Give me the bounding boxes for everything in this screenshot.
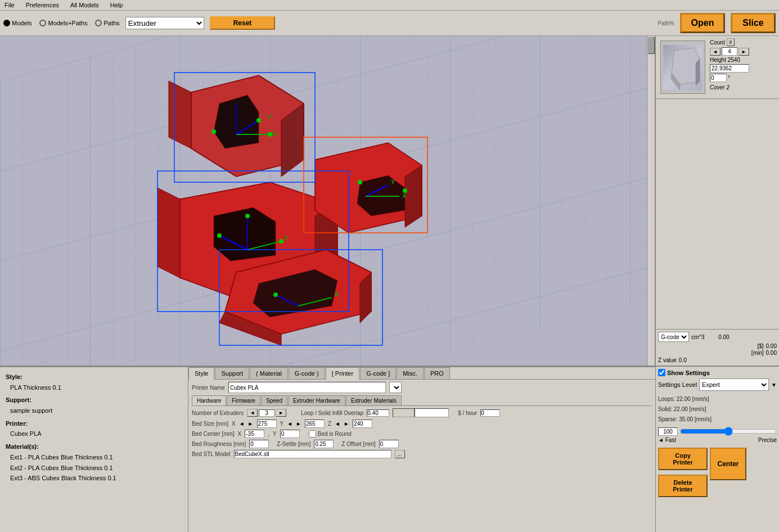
bed-y-arrow-left: ◄ [287, 421, 292, 427]
svg-text:Y: Y [391, 178, 395, 185]
bed-x-input[interactable] [257, 420, 277, 428]
svg-text:Y: Y [267, 114, 272, 120]
printer-name-input[interactable] [228, 382, 386, 393]
sub-tab-speed[interactable]: Speed [261, 395, 287, 405]
extruders-next[interactable]: ► [276, 409, 286, 417]
menu-all-models[interactable]: All Models [68, 1, 101, 9]
tab-printer[interactable]: [ Printer [326, 367, 360, 380]
model-name-label: Cover 2 [710, 84, 777, 91]
overlap-input[interactable] [367, 409, 389, 417]
printer-value: Cubex PLA [6, 429, 182, 439]
copy-delete-col: Copy Printer Delete Printer [658, 448, 708, 499]
bed-rough-input[interactable] [249, 440, 269, 448]
tab-misc[interactable]: Misc. [397, 367, 424, 379]
style-row: Style: [6, 372, 182, 382]
solid-label: Solid: [658, 406, 672, 412]
3d-viewport[interactable]: Y X Y Y X X [0, 36, 655, 366]
viewport-scrollbar[interactable] [647, 36, 655, 366]
count-next-button[interactable]: ► [739, 48, 749, 56]
bed-cx-input[interactable] [245, 430, 264, 438]
sub-tab-hardware[interactable]: Hardware [192, 395, 226, 405]
svg-text:Y: Y [284, 235, 289, 241]
delete-printer-button[interactable]: Delete Printer [658, 475, 708, 497]
count-input[interactable] [722, 47, 737, 56]
view-mode-group: Models Models+Paths Paths [3, 20, 120, 26]
show-settings-label: Show Settings [667, 369, 710, 376]
bed-y-arrow-right: ► [296, 421, 301, 427]
radio-models[interactable]: Models [3, 20, 31, 26]
bed-cy-input[interactable] [280, 430, 300, 438]
menu-bar: File Preferences All Models Help [0, 0, 779, 11]
bed-stl-label: Bed STL Model [192, 451, 231, 457]
radio-paths[interactable]: Paths [95, 20, 119, 26]
settings-level-dropdown-arrow: ▼ [771, 382, 777, 388]
speed-labels: ◄ Fast Precise [658, 437, 777, 443]
fast-label: ◄ Fast [658, 437, 676, 443]
support-row: Support: [6, 395, 182, 405]
bottom-area: Style: PLA Thickness 0.1 Support: sample… [0, 366, 779, 532]
tab-gcode-close[interactable]: G-code ) [289, 367, 325, 379]
menu-file[interactable]: File [2, 1, 17, 9]
z-settle-input[interactable] [314, 440, 334, 448]
bed-x-arrow-right: ► [248, 421, 254, 427]
printer-row: Printer: [6, 418, 182, 429]
radio-models-paths-circle [39, 20, 46, 26]
rotate-input[interactable] [710, 74, 727, 82]
settings-level-select[interactable]: Expert [699, 378, 769, 391]
menu-preferences[interactable]: Preferences [24, 1, 61, 9]
top-toolbar: Models Models+Paths Paths Extruder Reset… [0, 11, 779, 36]
right-panel: Count X ◄ ► Height 2540 ° Co [655, 36, 779, 366]
count-label: Count [710, 39, 725, 46]
center-button[interactable]: Center [710, 448, 746, 480]
show-settings-checkbox[interactable] [658, 369, 665, 376]
bed-y-input[interactable] [305, 420, 325, 428]
tab-style[interactable]: Style [188, 367, 214, 380]
bed-round-checkbox[interactable] [309, 430, 316, 438]
menu-help[interactable]: Help [108, 1, 125, 9]
height-input[interactable] [710, 64, 749, 73]
slice-button[interactable]: Slice [731, 13, 776, 33]
sub-tab-extruder-hw[interactable]: Extruder Hardware [288, 395, 345, 405]
printer-name-dropdown[interactable] [389, 382, 402, 393]
radio-paths-circle [95, 20, 102, 26]
reset-button[interactable]: Reset [210, 16, 276, 30]
bed-stl-input[interactable] [234, 450, 391, 458]
speed-slider[interactable] [680, 427, 777, 436]
sub-tab-extruder-mat[interactable]: Extruder Materials [346, 395, 402, 405]
bed-x-arrow-left: ◄ [239, 421, 245, 427]
z-offset-input[interactable] [379, 440, 399, 448]
bed-z-input[interactable] [353, 420, 372, 428]
bed-center-row: Bed Center [mm] X , Y Bed is Round [192, 430, 652, 438]
min-label: [min] [751, 350, 764, 356]
settings-level-row: Settings Level Expert ▼ [658, 378, 777, 391]
svg-point-30 [279, 239, 283, 244]
svg-point-37 [403, 188, 407, 193]
speed-input[interactable] [658, 427, 678, 436]
extruders-prev[interactable]: ◄ [247, 409, 258, 417]
count-x-button[interactable]: X [727, 38, 735, 46]
copy-printer-button[interactable]: Copy Printer [658, 448, 708, 470]
loops-row: Loops: 22.00 [mm/s] [658, 394, 777, 404]
svg-marker-11 [405, 165, 422, 227]
style-label: Style: [6, 373, 22, 380]
count-prev-button[interactable]: ◄ [710, 48, 721, 56]
radio-models-paths[interactable]: Models+Paths [39, 20, 87, 26]
overlap-slider-track[interactable] [393, 408, 449, 417]
tab-pro[interactable]: PRO [424, 367, 450, 379]
tab-support[interactable]: Support [215, 367, 249, 379]
open-button[interactable]: Open [680, 13, 725, 33]
bed-x-label: X [232, 421, 236, 427]
extruders-input[interactable] [259, 409, 274, 417]
3d-model: Y X Y Y X X [146, 70, 472, 366]
support-label: Support: [6, 396, 31, 403]
sub-tab-firmware[interactable]: Firmware [227, 395, 260, 405]
dollar-val: 0.00 [766, 343, 777, 349]
bed-round-label: Bed is Round [318, 431, 352, 437]
dollar-hour-input[interactable] [480, 409, 500, 417]
bed-stl-browse[interactable]: ... [395, 450, 405, 458]
extruder-dropdown[interactable]: Extruder [125, 17, 204, 29]
tab-material[interactable]: ( Material [250, 367, 288, 379]
gcode-select[interactable]: G-code [658, 332, 689, 342]
tab-gcode-bracket[interactable]: G-code ] [360, 367, 396, 379]
svg-marker-7 [157, 188, 180, 278]
